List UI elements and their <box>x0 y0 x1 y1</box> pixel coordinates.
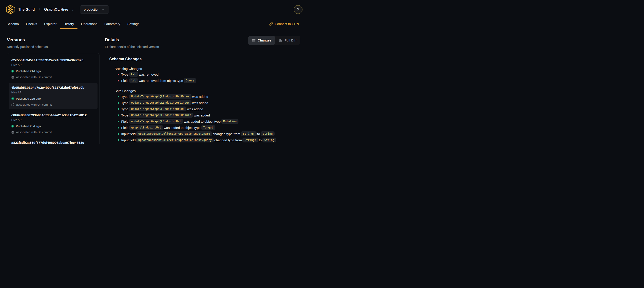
safe-change-item: Field updateTargetGraphQLEndpointUrl was… <box>114 118 300 124</box>
safe-change-item: Input field UpdateDocumentCollectionOper… <box>114 131 300 137</box>
breadcrumb-org[interactable]: The Guild <box>18 8 35 12</box>
breaking-changes-section: Breaking Changes Type Lab was removedFie… <box>114 67 300 84</box>
safe-change-item: Type UpdateTargetGraphQLEndpointUrlResul… <box>114 112 300 118</box>
change-bullet-dot <box>118 133 119 135</box>
safe-change-item: Type UpdateTargetGraphQLEndpointUrlError… <box>114 93 300 100</box>
tab-schema[interactable]: Schema <box>3 19 22 29</box>
version-published-label: Published 21d ago <box>16 69 41 73</box>
published-status-dot <box>11 70 14 73</box>
change-text: was removed <box>139 73 158 76</box>
code-chip: String! <box>241 131 256 136</box>
change-text: was removed from object type <box>139 79 183 83</box>
schema-changes-title: Schema Changes <box>109 57 300 62</box>
tab-label: Explorer <box>44 22 56 26</box>
code-chip: String! <box>242 138 258 142</box>
git-commit-link[interactable]: associated with Git commit <box>11 75 95 79</box>
version-service-name: Hive API <box>11 118 95 122</box>
git-commit-link[interactable]: associated with Git commit <box>11 130 95 134</box>
tab-operations[interactable]: Operations <box>78 19 101 29</box>
breadcrumb-separator: / <box>38 8 42 12</box>
code-chip: Query <box>184 78 196 83</box>
change-bullet-dot <box>118 139 119 141</box>
change-sections: Breaking Changes Type Lab was removedFie… <box>109 67 300 143</box>
tab-history[interactable]: History <box>60 19 78 29</box>
change-text: Field <box>121 79 128 83</box>
change-text: changed type from <box>214 138 242 142</box>
version-list-item[interactable]: 4b05ab51b1b4a7e2e4b0ef82172f2b9f7ef98c0b… <box>9 83 98 109</box>
tab-label: Settings <box>128 22 140 26</box>
change-bullet-dot <box>118 102 119 104</box>
change-text: was added to object type <box>164 126 200 130</box>
columns-icon <box>279 38 282 42</box>
tab-settings[interactable]: Settings <box>124 19 143 29</box>
code-chip: Mutation <box>221 119 238 124</box>
safe-change-item: Type UpdateTargetGraphQLEndpointUrlOk wa… <box>114 106 300 112</box>
details-header: Details Explore details of the selected … <box>105 37 300 49</box>
versions-title: Versions <box>7 37 100 42</box>
hive-logo-icon[interactable] <box>5 5 16 15</box>
code-chip: updateTargetGraphQLEndpointUrl <box>129 119 183 124</box>
git-commit-label: associated with Git commit <box>16 75 52 79</box>
change-bullet-dot <box>118 74 119 75</box>
view-toggle-group: ChangesFull Diff <box>248 36 300 45</box>
change-list: Type UpdateTargetGraphQLEndpointUrlError… <box>114 93 300 143</box>
change-bullet-dot <box>118 127 119 128</box>
change-bullet-dot <box>118 108 119 110</box>
tab-label: History <box>64 22 74 26</box>
safe-change-item: Field graphqlEndpointUrl was added to ob… <box>114 124 300 131</box>
tab-label: Laboratory <box>104 22 120 26</box>
active-tab-underline <box>60 29 78 29</box>
version-hash: 4b05ab51b1b4a7e2e4b0ef82172f2b9f7ef98c0b <box>11 85 95 90</box>
code-chip: UpdateTargetGraphQLEndpointUrlError <box>129 94 192 99</box>
breadcrumb-project[interactable]: GraphQL Hive <box>44 8 68 12</box>
change-text: was added <box>194 113 210 117</box>
details-subtitle: Explore details of the selected version <box>105 45 159 49</box>
versions-subtitle: Recently published schemas. <box>7 45 100 49</box>
view-toggle-full-diff[interactable]: Full Diff <box>275 36 300 45</box>
connect-to-cdn-label: Connect to CDN <box>275 22 299 26</box>
version-list-item[interactable]: c8b6e88a06793b9c4dfd54aaa21b36a1b421d812… <box>9 110 98 137</box>
code-chip: lab <box>129 78 138 83</box>
change-text: Input field <box>121 138 136 142</box>
version-list-item[interactable]: e2e55045345ce13fe07f52a77459b83fa3fe7020… <box>9 55 98 82</box>
published-status-dot <box>11 125 14 128</box>
page-content: Versions Recently published schemas. e2e… <box>0 29 322 144</box>
tab-checks[interactable]: Checks <box>22 19 40 29</box>
details-title: Details <box>105 37 159 42</box>
tab-laboratory[interactable]: Laboratory <box>101 19 124 29</box>
tab-label: Checks <box>26 22 37 26</box>
tab-label: Operations <box>81 22 97 26</box>
change-text: was added <box>192 95 208 99</box>
version-list-item[interactable]: a823f6db2a55df877dcf406006abca97fcc4858c… <box>9 138 98 144</box>
chevron-down-icon <box>102 8 105 11</box>
safe-changes-section: Safe Changes Type UpdateTargetGraphQLEnd… <box>114 89 300 143</box>
version-hash: a823f6db2a55df877dcf406006abca97fcc4858c <box>11 140 95 144</box>
header-top-row: The Guild / GraphQL Hive / production <box>0 0 322 19</box>
external-link-icon <box>11 103 14 106</box>
view-toggle-changes[interactable]: Changes <box>248 36 275 45</box>
change-text: Input field <box>121 132 136 136</box>
tab-explorer[interactable]: Explorer <box>40 19 60 29</box>
target-selector-dropdown[interactable]: production <box>80 5 109 14</box>
change-text: Field <box>121 120 128 123</box>
change-section-title: Safe Changes <box>114 89 300 93</box>
code-chip: Lab <box>129 72 138 77</box>
change-list: Type Lab was removedField lab was remove… <box>114 71 300 84</box>
code-chip: String <box>260 131 274 136</box>
change-text: changed type from <box>213 132 240 136</box>
view-toggle-label: Full Diff <box>284 39 296 42</box>
version-service-name: Hive API <box>11 91 95 94</box>
connect-to-cdn-button[interactable]: Connect to CDN <box>269 19 299 29</box>
git-commit-link[interactable]: associated with Git commit <box>11 103 95 107</box>
code-chip: UpdateTargetGraphQLEndpointUrlOk <box>129 107 186 111</box>
change-text: Type <box>121 101 128 105</box>
breaking-change-item: Type Lab was removed <box>114 71 300 77</box>
details-panel: Details Explore details of the selected … <box>105 37 300 144</box>
user-icon <box>296 7 300 12</box>
git-commit-label: associated with Git commit <box>16 130 52 134</box>
user-menu-button[interactable] <box>294 5 302 14</box>
breadcrumb-separator: / <box>71 8 75 12</box>
list-icon <box>252 38 256 42</box>
published-status-dot <box>11 97 14 100</box>
change-text: Type <box>121 95 128 99</box>
